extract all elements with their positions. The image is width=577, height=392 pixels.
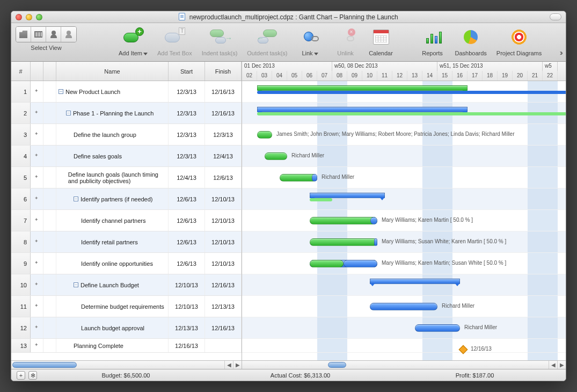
col-number[interactable]: # (11, 62, 31, 81)
finish-cell[interactable]: 12/10/13 (205, 188, 242, 209)
finish-cell[interactable]: 12/6/13 (205, 167, 242, 188)
gantt-row[interactable]: Richard Miller (242, 167, 566, 188)
start-cell[interactable]: 12/13/13 (169, 317, 205, 338)
col-info[interactable] (43, 62, 56, 81)
reports-button[interactable] (420, 26, 445, 48)
task-name-cell[interactable]: Identify online opportunities (56, 253, 169, 274)
finish-cell[interactable]: 12/4/13 (205, 146, 242, 166)
add-textbox-button[interactable]: T (162, 26, 187, 48)
gantt-bar[interactable] (257, 85, 468, 91)
gantt-body[interactable]: James Smith; John Brown; Mary Williams; … (242, 81, 566, 360)
gantt-hscrollbar[interactable]: ◀ ▶ (242, 360, 566, 369)
link-button[interactable] (297, 26, 323, 48)
task-name-cell[interactable]: Define launch goals (launch timing and p… (56, 167, 169, 188)
start-cell[interactable]: 12/3/13 (169, 146, 205, 166)
table-row[interactable]: 2–Phase 1 - Planning the Launch12/3/1312… (11, 103, 242, 124)
table-row[interactable]: 6–Identify partners (if needed)12/6/1312… (11, 188, 242, 210)
gantt-bar[interactable] (415, 324, 460, 332)
col-start[interactable]: Start (169, 62, 205, 81)
dashboards-button[interactable] (458, 26, 484, 48)
collapse-icon[interactable]: – (74, 197, 78, 201)
chevron-down-icon[interactable] (314, 53, 318, 55)
scroll-right-icon[interactable]: ▶ (557, 361, 566, 369)
view-project-button[interactable] (31, 27, 46, 42)
diagrams-button[interactable] (506, 26, 532, 48)
table-row[interactable]: 8Identify retail partners12/6/1312/10/13 (11, 231, 242, 253)
start-cell[interactable]: 12/16/13 (169, 339, 205, 352)
gantt-row[interactable]: Richard Miller (242, 146, 566, 167)
finish-cell[interactable]: 12/10/13 (205, 231, 242, 252)
gantt-row[interactable]: Mary Williams; Karen Martin [ 50.0 % ] (242, 210, 566, 231)
start-cell[interactable]: 12/6/13 (169, 188, 205, 209)
collapse-icon[interactable]: – (59, 89, 63, 94)
finish-cell[interactable]: 12/16/13 (205, 317, 242, 338)
gantt-bar[interactable] (310, 238, 377, 246)
finish-cell[interactable] (205, 339, 242, 352)
table-row[interactable]: 1–New Product Launch12/3/1312/16/13 (11, 81, 242, 103)
task-name-cell[interactable]: Identify retail partners (56, 231, 169, 252)
task-name-cell[interactable]: –New Product Launch (56, 81, 169, 102)
start-cell[interactable]: 12/3/13 (169, 103, 205, 124)
gantt-bar[interactable] (257, 107, 468, 112)
milestone-icon[interactable] (459, 345, 468, 354)
col-name[interactable]: Name (56, 62, 169, 81)
table-row[interactable]: 3Define the launch group12/3/1312/3/13 (11, 124, 242, 146)
unlink-button[interactable]: × (333, 26, 359, 48)
table-row[interactable]: 5Define launch goals (launch timing and … (11, 167, 242, 188)
gantt-bar[interactable] (257, 131, 272, 139)
gantt-bar[interactable] (310, 193, 385, 198)
outdent-button[interactable]: ← (254, 26, 280, 48)
finish-cell[interactable]: 12/16/13 (205, 81, 242, 102)
gantt-bar[interactable] (265, 153, 287, 160)
task-name-cell[interactable]: Determine budget requirements (56, 296, 169, 317)
table-row[interactable]: 10–Define Launch Budget12/10/1312/16/13 (11, 274, 242, 296)
gantt-row[interactable] (242, 81, 566, 103)
start-cell[interactable]: 12/3/13 (169, 81, 205, 102)
scroll-left-icon[interactable]: ◀ (224, 361, 233, 369)
task-name-cell[interactable]: Planning Complete (56, 339, 169, 352)
finish-cell[interactable]: 12/10/13 (205, 210, 242, 231)
chevron-down-icon[interactable] (143, 53, 148, 55)
gantt-row[interactable]: Mary Williams; Susan White; Karen Martin… (242, 231, 566, 253)
table-row[interactable]: 13Planning Complete12/16/13 (11, 339, 242, 353)
view-resource-button[interactable] (46, 27, 61, 42)
gantt-row[interactable]: Mary Williams; Karen Martin; Susan White… (242, 253, 566, 274)
calendar-button[interactable] (368, 26, 394, 48)
start-cell[interactable]: 12/4/13 (169, 167, 205, 188)
col-indicator[interactable] (31, 62, 43, 81)
finish-cell[interactable]: 12/13/13 (205, 296, 242, 317)
start-cell[interactable]: 12/10/13 (169, 274, 205, 295)
gantt-row[interactable] (242, 103, 566, 124)
table-row[interactable]: 12Launch budget approval12/13/1312/16/13 (11, 317, 242, 339)
add-item-button[interactable]: + (120, 26, 146, 48)
titlebar[interactable]: newproductlaunch_multiproject.cdpz : Gan… (11, 11, 566, 23)
task-name-cell[interactable]: Define sales goals (56, 146, 169, 166)
collapse-icon[interactable]: – (74, 282, 78, 287)
task-name-cell[interactable]: Define the launch group (56, 124, 169, 145)
grid-hscrollbar[interactable]: ◀ ▶ (11, 360, 242, 369)
table-row[interactable]: 4Define sales goals12/3/1312/4/13 (11, 146, 242, 167)
gantt-row[interactable] (242, 274, 566, 296)
overflow-icon[interactable]: ›› (560, 48, 561, 57)
finish-cell[interactable]: 12/3/13 (205, 124, 242, 145)
start-cell[interactable]: 12/3/13 (169, 124, 205, 145)
table-row[interactable]: 11Determine budget requirements12/10/131… (11, 296, 242, 317)
task-name-cell[interactable]: Identify channel partners (56, 210, 169, 231)
gantt-row[interactable] (242, 188, 566, 210)
gantt-row[interactable]: James Smith; John Brown; Mary Williams; … (242, 124, 566, 146)
gantt-row[interactable]: Richard Miller (242, 296, 566, 317)
finish-cell[interactable]: 12/16/13 (205, 274, 242, 295)
task-name-cell[interactable]: Launch budget approval (56, 317, 169, 338)
gantt-bar[interactable] (370, 279, 460, 284)
table-row[interactable]: 7Identify channel partners12/6/1312/10/1… (11, 210, 242, 231)
scroll-right-icon[interactable]: ▶ (233, 361, 242, 369)
gantt-row[interactable]: Richard Miller (242, 317, 566, 339)
view-team-button[interactable] (61, 27, 76, 42)
finish-cell[interactable]: 12/16/13 (205, 103, 242, 124)
add-button[interactable]: + (17, 371, 25, 380)
start-cell[interactable]: 12/6/13 (169, 253, 205, 274)
view-folder-button[interactable] (16, 27, 31, 42)
task-name-cell[interactable]: –Define Launch Budget (56, 274, 169, 295)
table-row[interactable]: 9Identify online opportunities12/6/1312/… (11, 253, 242, 274)
gantt-row[interactable]: 12/16/13 (242, 339, 566, 353)
